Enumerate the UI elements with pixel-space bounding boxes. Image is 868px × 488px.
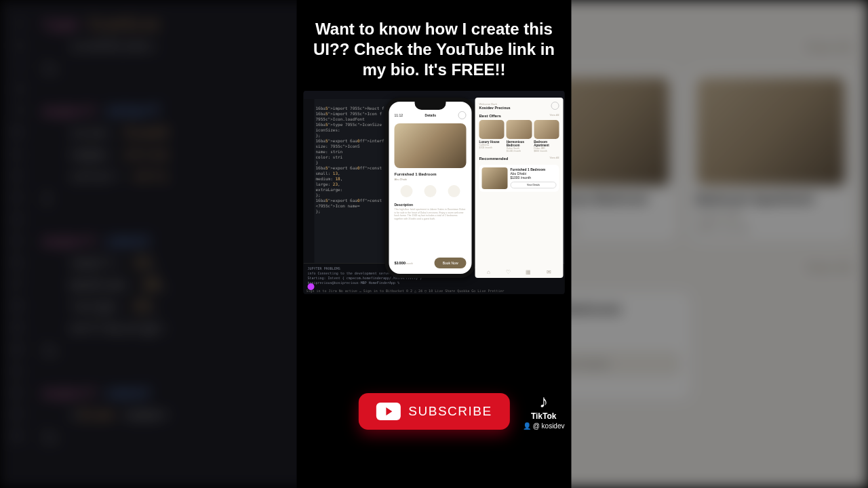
tiktok-icon: ♪: [523, 392, 565, 410]
subscribe-button[interactable]: SUBSCRIBE: [358, 393, 509, 430]
bg-card-thumb: [696, 77, 845, 186]
phone-hero-image: [395, 123, 467, 168]
bg-code-line: 6 iconSizes:: [7, 35, 315, 57]
iphone-mockup: 11:12 Details Furnished 1 Bedroom Abu Dh…: [385, 98, 476, 278]
home-icon[interactable]: ⌂: [487, 269, 490, 275]
and-card-thumb: [507, 120, 532, 139]
and-card-price: $700 /month: [479, 146, 505, 149]
phone-price-unit: /month: [406, 262, 413, 265]
phone-price: $1000: [395, 261, 406, 265]
and-rec-card: Furnished 1 Bedroom Abu Dhabi $1000 /mon…: [479, 165, 559, 192]
bg-code-line: 14: [7, 209, 315, 230]
chat-icon[interactable]: ✉: [547, 269, 551, 275]
phone-listing-sub: Abu Dhabi: [395, 178, 467, 181]
screenshot-composite: 16ba5">import 7955c">React f16ba5">impor…: [304, 91, 565, 294]
and-rec-thumb: [482, 167, 508, 189]
bg-code-line: 13 }: [7, 187, 315, 209]
bg-code-line: 22 export const: [7, 382, 315, 404]
phone-badges: [395, 185, 467, 197]
bg-code-line: 8: [7, 79, 315, 100]
youtube-play-icon: [376, 403, 400, 420]
bg-view-all: View All: [806, 41, 852, 55]
bg-card-title: Bedroom Apartment: [696, 192, 845, 207]
bg-code-line: 10 size: IconS: [7, 122, 315, 144]
and-view-all: View All: [550, 156, 559, 159]
and-offer-card: Harmonious Bedroom Dubai South $1400 /mo…: [507, 120, 532, 152]
and-card-thumb: [479, 120, 505, 139]
and-card-price: $800 /month: [534, 150, 559, 152]
bg-offer-card: Bedroom Apartment Dubai JBR $800 /month: [690, 70, 852, 241]
subscribe-label: SUBSCRIBE: [408, 404, 492, 419]
and-card-thumb: [534, 120, 559, 139]
account-avatar-dot: [308, 283, 315, 290]
tiktok-attribution: ♪ TikTok @ kosidev: [523, 392, 565, 430]
and-card-price: $1400 /month: [507, 150, 532, 152]
phone-desc-title: Description: [395, 203, 467, 207]
tiktok-user: @ kosidev: [523, 422, 565, 430]
phone-listing-title: Furnished 1 Bedroom: [395, 172, 467, 176]
bell-icon: [458, 111, 466, 119]
android-mockup: Welcome Back Kosidev Precious Best Offer…: [475, 98, 564, 278]
bg-code-line: 23 <Icon name=: [7, 404, 315, 426]
bg-code-line: 19 extraLarge:: [7, 317, 315, 339]
bg-code-line: 18 large: 23,: [7, 296, 315, 317]
bg-code-line: 20 };: [7, 339, 315, 361]
heart-icon[interactable]: ♡: [506, 269, 511, 275]
book-now-button[interactable]: Book Now: [435, 258, 467, 268]
and-card-title: Bedroom Apartment: [534, 140, 559, 147]
and-offer-card: Bedroom Apartment Dubai JBR $800 /month: [534, 120, 559, 152]
and-rec-price: $1000 /month: [511, 176, 557, 180]
tiktok-brand: TikTok: [523, 411, 565, 421]
and-offer-card: Luxury House California $700 /month: [479, 120, 505, 152]
short-video-frame: Want to know how I create this UI?? Chec…: [297, 0, 572, 488]
phone-desc: This high-floor hotel apartment in Jabee…: [395, 208, 467, 220]
bg-code-line: 7 };: [7, 57, 315, 79]
bg-view-all: View All: [806, 261, 852, 275]
phone-time: 11:12: [395, 113, 403, 117]
bg-code-line: 16 small: 13,: [7, 252, 315, 274]
and-bottom-nav[interactable]: ⌂ ♡ ▦ ✉: [479, 269, 559, 275]
bell-icon: [551, 102, 559, 110]
and-best-offers: Best Offers: [479, 114, 501, 118]
bg-code-line: 9 export interf: [7, 100, 315, 122]
and-username: Kosidev Precious: [479, 106, 511, 110]
bg-code-line: 5 type IconSize: [7, 14, 315, 35]
bg-code-line: 11 name: strin: [7, 144, 315, 165]
and-view-all: View All: [550, 113, 559, 117]
phone-header: Details: [425, 113, 436, 117]
mini-terminal-line: kosiprecious@kosiprecious-MBP HomeFinder…: [308, 281, 561, 285]
bg-card-sub: Dubai JBR: [696, 209, 845, 220]
and-rec-button[interactable]: View Details: [511, 182, 557, 188]
and-card-title: Harmonious Bedroom: [507, 140, 532, 147]
mini-statusbar: Sign in to Jira No active … Sign in to B…: [307, 289, 562, 293]
bg-code-line: 17 medium: 18,: [7, 274, 315, 296]
and-recommended: Recommended: [479, 157, 509, 161]
bg-code-line: 15 export const: [7, 230, 315, 252]
bg-code-line: 24 };: [7, 426, 315, 447]
bg-code-editor: 5 type IconSize 6 iconSizes: 7 }; 8 9 ex…: [0, 0, 321, 488]
grid-icon[interactable]: ▦: [526, 269, 531, 275]
headline-text: Want to know how I create this UI?? Chec…: [297, 0, 572, 83]
bg-card-price: $800 /month: [696, 223, 845, 234]
bg-code-line: 12 color: stri: [7, 165, 315, 187]
bg-code-line: 21: [7, 361, 315, 382]
